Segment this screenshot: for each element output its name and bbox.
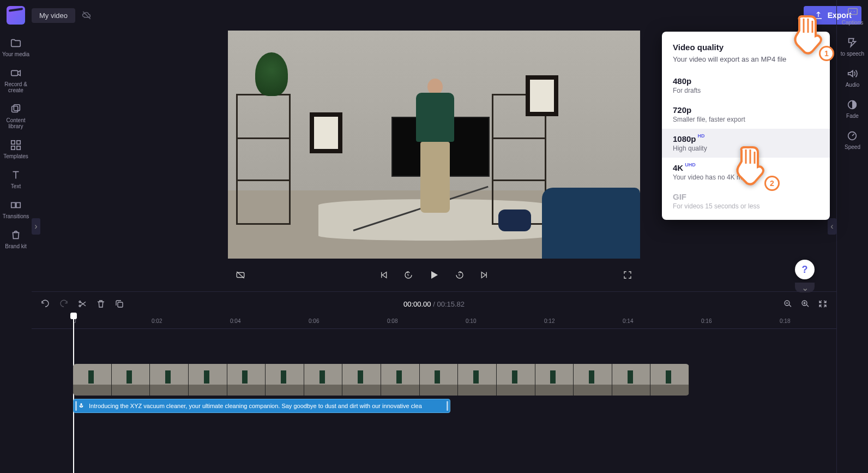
svg-rect-3 [14,105,20,111]
camera-icon [10,67,22,79]
captions-icon [847,5,859,17]
audio-clip-text: Introducing the XYZ vacuum cleaner, your… [89,403,422,409]
sidebar-text[interactable]: Text [10,169,22,189]
svg-point-18 [79,305,81,307]
svg-rect-10 [848,9,857,15]
cloud-sync-icon[interactable] [82,10,92,20]
play-button[interactable] [425,266,443,284]
quality-option-480p[interactable]: 480pFor drafts [662,71,830,100]
annotation-pointer-1: 1 [788,14,827,58]
library-icon [10,103,22,115]
sidebar-captions[interactable]: Captions [842,5,863,26]
skip-forward-icon[interactable] [477,268,491,282]
top-bar: My video Export [0,0,868,31]
copy-icon[interactable] [114,299,124,309]
fit-timeline-icon[interactable] [818,299,828,309]
timeline-timecode: 00:00.00 / 00:15.82 [403,300,465,308]
svg-rect-7 [17,146,20,149]
skip-back-icon[interactable] [377,268,391,282]
undo-icon[interactable] [40,299,50,309]
svg-rect-2 [12,106,18,112]
folder-icon [10,37,22,49]
audio-icon [846,68,858,80]
zoom-in-icon[interactable] [800,299,810,309]
project-title[interactable]: My video [32,8,75,23]
forward-5-icon[interactable]: 5 [453,268,467,282]
svg-text:5: 5 [407,273,409,277]
svg-point-17 [79,301,81,303]
timeline-toolbar: 00:00.00 / 00:15.82 [32,292,836,316]
fullscreen-icon[interactable] [620,268,635,282]
timeline-panel: 00:00.00 / 00:15.82 0 0:02 0:04 0:06 0:0… [32,291,836,473]
rewind-5-icon[interactable]: 5 [401,268,415,282]
fade-icon [846,99,858,111]
quality-option-720p[interactable]: 720pSmaller file, faster export [662,100,830,129]
left-sidebar: Your media Record & create Content libra… [0,31,32,473]
sidebar-fade[interactable]: Fade [846,99,859,119]
help-button[interactable]: ? [795,260,815,279]
playback-controls: 5 5 [228,259,640,291]
voiceover-icon [78,403,85,409]
speech-icon [847,37,859,49]
audio-clip[interactable]: Introducing the XYZ vacuum cleaner, your… [73,399,450,413]
svg-rect-19 [118,302,123,307]
svg-text:5: 5 [459,273,461,277]
sidebar-templates[interactable]: Templates [3,139,28,159]
video-preview[interactable] [228,31,640,259]
svg-rect-4 [11,141,15,144]
quality-option-gif[interactable]: GIFFor videos 15 seconds or less [662,187,830,215]
sidebar-audio[interactable]: Audio [846,68,860,88]
redo-icon[interactable] [59,299,69,309]
transitions-icon [10,199,22,211]
svg-rect-1 [11,70,18,75]
timeline-tracks: Introducing the XYZ vacuum cleaner, your… [32,329,836,413]
grid-icon [10,139,22,151]
app-logo-icon[interactable] [7,6,25,25]
annotation-pointer-2: 2 [731,145,769,189]
speed-icon [846,130,858,142]
sidebar-brand-kit[interactable]: Brand kit [5,229,26,249]
sidebar-speed[interactable]: Speed [845,130,860,150]
sidebar-record-create[interactable]: Record & create [0,67,32,93]
sidebar-content-library[interactable]: Content library [0,103,32,129]
sidebar-your-media[interactable]: Your media [2,37,29,57]
video-clip[interactable] [73,364,689,396]
svg-rect-5 [17,141,20,144]
timeline-ruler[interactable]: 0 0:02 0:04 0:06 0:08 0:10 0:12 0:14 0:1… [32,316,836,329]
hide-preview-icon[interactable] [233,268,248,282]
text-icon [10,169,22,181]
sidebar-transitions[interactable]: Transitions [3,199,29,219]
sidebar-text-to-speech[interactable]: to speech [841,37,864,57]
svg-rect-6 [11,146,15,149]
zoom-out-icon[interactable] [783,299,793,309]
collapse-help-icon[interactable]: ⌄ [795,283,815,292]
svg-rect-9 [16,202,20,207]
bag-icon [10,229,22,241]
export-quality-popup: Video quality Your video will export as … [662,32,830,220]
split-icon[interactable] [77,299,87,309]
delete-icon[interactable] [96,299,106,309]
right-sidebar: Captions to speech Audio Fade Speed [836,0,868,473]
svg-rect-8 [11,202,15,207]
